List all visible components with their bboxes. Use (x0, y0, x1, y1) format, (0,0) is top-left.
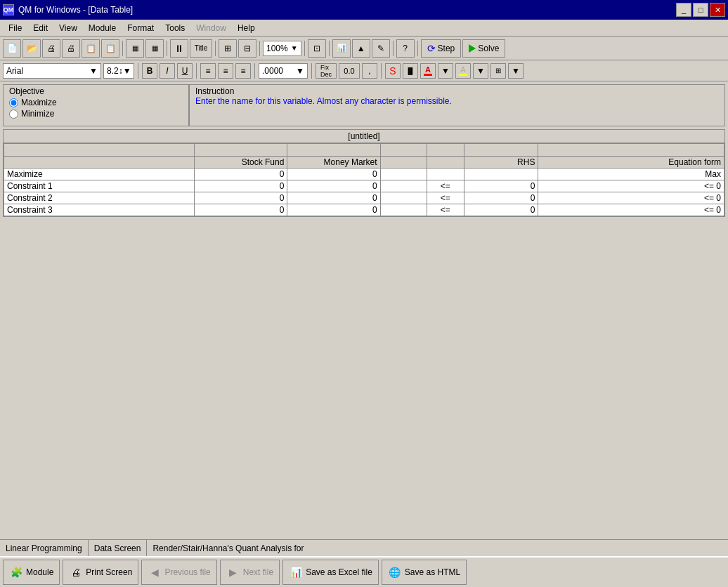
print-button[interactable]: 🖨 (42, 39, 60, 58)
sep12 (311, 63, 312, 79)
row3-op[interactable]: <= (427, 204, 464, 216)
taskbar: 🧩 Module 🖨 Print Screen ◀ Previous file … (0, 556, 728, 587)
zoom-dropdown[interactable]: 100% ▼ (263, 41, 301, 56)
font-select[interactable]: Arial ▼ (3, 63, 101, 79)
row0-label[interactable]: Maximize (4, 169, 195, 180)
instruction-section: Instruction Enter the name for this vari… (189, 84, 725, 126)
menu-module[interactable]: Module (83, 22, 122, 34)
strikethrough-button[interactable]: S (385, 63, 401, 79)
align-left-button[interactable]: ≡ (200, 63, 216, 79)
highlight-arrow[interactable]: ▼ (473, 63, 488, 79)
instruction-title: Instruction (195, 86, 719, 96)
align-right-button[interactable]: ≡ (235, 63, 251, 79)
save-html-button[interactable]: 🌐 Save as HTML (382, 560, 467, 585)
row3-col2[interactable]: 0 (287, 204, 380, 216)
menu-view[interactable]: View (53, 22, 83, 34)
step-button[interactable]: ⟳ Step (421, 39, 462, 58)
save-excel-button[interactable]: 📊 Save as Excel file (282, 560, 379, 585)
grid2-button[interactable]: ▦ (145, 39, 164, 58)
font-color-arrow[interactable]: ▼ (438, 63, 453, 79)
bold-button[interactable]: B (142, 63, 157, 79)
print-screen-button[interactable]: 🖨 Print Screen (63, 560, 138, 585)
title-bar-controls: _ □ ✕ (676, 3, 725, 17)
size-select[interactable]: 8.2↕ ▼ (103, 63, 134, 79)
title-button[interactable]: Title (190, 39, 212, 58)
color-bar-button[interactable]: ▐▌ (403, 63, 418, 79)
previous-file-button[interactable]: ◀ Previous file (141, 560, 216, 585)
row1-col1[interactable]: 0 (195, 180, 287, 192)
table-button[interactable]: ⊞ (219, 39, 237, 58)
minimize-radio[interactable] (9, 110, 18, 119)
row2-label[interactable]: Constraint 2 (4, 192, 195, 204)
row2-col2[interactable]: 0 (287, 192, 380, 204)
print2-button[interactable]: 🖨 (62, 39, 80, 58)
menu-edit[interactable]: Edit (27, 22, 53, 34)
row1-empty (380, 180, 427, 192)
minimize-button[interactable]: _ (676, 3, 691, 17)
border-arrow[interactable]: ▼ (508, 63, 524, 79)
fix-dec-button[interactable]: FixDec (316, 63, 337, 79)
align-center-button[interactable]: ≡ (218, 63, 233, 79)
row1-col2[interactable]: 0 (287, 180, 380, 192)
menu-tools[interactable]: Tools (160, 22, 190, 34)
objective-title: Objective (9, 86, 183, 96)
italic-button[interactable]: I (160, 63, 175, 79)
table2-button[interactable]: ⊟ (238, 39, 256, 58)
help-button[interactable]: ? (396, 39, 415, 58)
table-row: Constraint 3 0 0 <= 0 <= 0 (4, 204, 724, 216)
solve-button[interactable]: Solve (462, 39, 505, 58)
font-name: Arial (6, 66, 23, 76)
module-button[interactable]: 🧩 Module (3, 560, 60, 585)
row2-rhs[interactable]: 0 (464, 192, 538, 204)
grid1-button[interactable]: ▦ (126, 39, 144, 58)
number-format-box[interactable]: .0000 ▼ (259, 63, 308, 79)
row3-rhs[interactable]: 0 (464, 204, 538, 216)
maximize-button[interactable]: □ (693, 3, 708, 17)
font-arrow: ▼ (89, 66, 98, 76)
row3-label[interactable]: Constraint 3 (4, 204, 195, 216)
highlight-button[interactable]: A (455, 63, 471, 79)
next-icon: ▶ (226, 565, 240, 579)
new-button[interactable]: 📄 (3, 39, 21, 58)
maximize-radio[interactable] (9, 98, 18, 107)
copy-button[interactable]: 📋 (82, 39, 100, 58)
sep13 (381, 63, 382, 79)
up-button[interactable]: ▲ (352, 39, 370, 58)
maximize-row: Maximize (9, 98, 183, 107)
th-rhs: RHS (464, 157, 538, 169)
th-money[interactable]: Money Market (287, 157, 380, 169)
row3-col1[interactable]: 0 (195, 204, 287, 216)
underline-button[interactable]: U (177, 63, 193, 79)
row1-label[interactable]: Constraint 1 (4, 180, 195, 192)
paste-button[interactable]: 📋 (101, 39, 119, 58)
status-bar: Linear Programming Data Screen Render/St… (0, 539, 728, 556)
pause-button[interactable]: ⏸ (170, 39, 188, 58)
row0-col1[interactable]: 0 (195, 169, 287, 180)
font-color-button[interactable]: A (420, 63, 436, 79)
row2-op[interactable]: <= (427, 192, 464, 204)
open-button[interactable]: 📂 (22, 39, 41, 58)
th-rhs-empty (464, 144, 538, 157)
close-button[interactable]: ✕ (710, 3, 725, 17)
comma-button[interactable]: , (362, 63, 377, 79)
menu-window[interactable]: Window (190, 22, 232, 34)
zoom-arrow: ▼ (291, 44, 298, 52)
coord-button[interactable]: 0.0 (339, 63, 360, 79)
step-icon: ⟳ (427, 43, 436, 54)
chart-button[interactable]: 📊 (332, 39, 351, 58)
th-stock[interactable]: Stock Fund (195, 157, 287, 169)
sep9 (138, 63, 138, 79)
row1-rhs[interactable]: 0 (464, 180, 538, 192)
resize-button[interactable]: ⊡ (308, 39, 326, 58)
instruction-text: Enter the name for this variable. Almost… (195, 96, 719, 106)
border-button[interactable]: ⊞ (490, 63, 506, 79)
row1-op[interactable]: <= (427, 180, 464, 192)
row0-col2[interactable]: 0 (287, 169, 380, 180)
menu-format[interactable]: Format (122, 22, 160, 34)
next-file-button[interactable]: ▶ Next file (220, 560, 280, 585)
cursor-button[interactable]: ✎ (372, 39, 390, 58)
row2-col1[interactable]: 0 (195, 192, 287, 204)
menu-file[interactable]: File (3, 22, 27, 34)
table-title: [untitled] (4, 130, 724, 143)
menu-help[interactable]: Help (232, 22, 261, 34)
